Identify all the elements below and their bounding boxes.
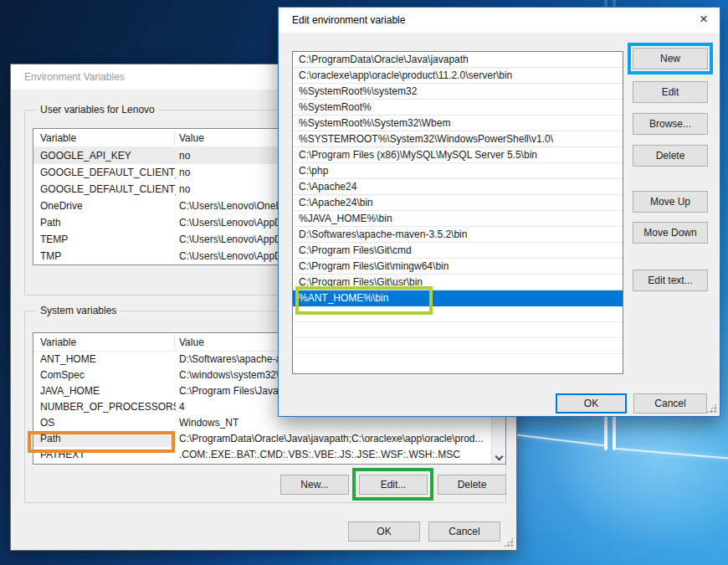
- list-item[interactable]: C:\php: [293, 163, 623, 179]
- edit-text-button[interactable]: Edit text...: [633, 270, 708, 291]
- chevron-down-icon: [495, 453, 504, 461]
- list-item[interactable]: %JAVA_HOME%\bin: [293, 211, 623, 227]
- column-separator[interactable]: [174, 335, 175, 350]
- list-empty-row: [293, 322, 623, 338]
- edit-cancel-button[interactable]: Cancel: [633, 393, 707, 413]
- column-header-value[interactable]: Value: [179, 333, 204, 352]
- list-item[interactable]: %SystemRoot%: [293, 100, 623, 116]
- list-item[interactable]: C:\Program Files\Git\usr\bin: [293, 275, 623, 290]
- delete-button[interactable]: Delete: [633, 145, 708, 167]
- edit-dialog-titlebar[interactable]: Edit environment variable ×: [279, 8, 720, 33]
- new-button[interactable]: New: [633, 48, 708, 69]
- table-row[interactable]: OS Windows_NT: [33, 415, 505, 431]
- list-item[interactable]: C:\Program Files (x86)\MySQL\MySQL Serve…: [293, 147, 623, 163]
- dialog-title: Environment Variables: [24, 64, 125, 90]
- wallpaper-beam: [616, 448, 728, 460]
- list-item[interactable]: C:\Program Files\Git\cmd: [293, 243, 623, 259]
- close-icon[interactable]: ×: [690, 8, 718, 33]
- list-item[interactable]: D:\Softwares\apache-maven-3.5.2\bin: [293, 227, 623, 243]
- column-header-variable[interactable]: Variable: [40, 129, 76, 147]
- column-header-variable[interactable]: Variable: [40, 333, 76, 352]
- env-cancel-button[interactable]: Cancel: [428, 521, 500, 542]
- system-edit-button[interactable]: Edit...: [359, 475, 428, 495]
- system-delete-button[interactable]: Delete: [438, 475, 506, 495]
- list-item[interactable]: %SystemRoot%\System32\Wbem: [293, 116, 623, 131]
- move-up-button[interactable]: Move Up: [633, 191, 708, 213]
- list-item[interactable]: C:\ProgramData\Oracle\Java\javapath: [293, 52, 623, 68]
- resize-grip-icon[interactable]: [503, 537, 514, 547]
- list-item-selected[interactable]: %ANT_HOME%\bin: [293, 290, 623, 306]
- resize-grip-icon[interactable]: [706, 403, 717, 413]
- env-ok-button[interactable]: OK: [348, 521, 420, 542]
- list-empty-row: [293, 306, 623, 322]
- browse-button[interactable]: Browse...: [633, 113, 708, 135]
- desktop-wallpaper: Environment Variables User variables for…: [0, 0, 728, 565]
- dialog-title: Edit environment variable: [292, 8, 405, 33]
- user-variables-group-label: User variables for Lenovo: [36, 104, 159, 116]
- list-empty-row: [293, 338, 623, 354]
- system-new-button[interactable]: New...: [280, 475, 349, 495]
- edit-environment-variable-dialog: Edit environment variable × C:\ProgramDa…: [278, 7, 720, 417]
- wallpaper-beam: [502, 432, 605, 446]
- table-row[interactable]: PATHEXT .COM:.EXE:.BAT:.CMD:.VBS:.VBE:.J…: [33, 447, 505, 463]
- list-item[interactable]: C:\Program Files\Git\mingw64\bin: [293, 259, 623, 275]
- column-header-value[interactable]: Value: [179, 129, 204, 147]
- list-item[interactable]: %SYSTEMROOT%\System32\WindowsPowerShell\…: [293, 131, 623, 147]
- column-separator[interactable]: [174, 131, 175, 146]
- scrollbar-down-button[interactable]: [492, 450, 505, 464]
- edit-button[interactable]: Edit: [633, 81, 708, 103]
- list-item[interactable]: C:\Apache24: [293, 179, 623, 195]
- list-item[interactable]: C:\oraclexe\app\oracle\product\11.2.0\se…: [293, 68, 623, 84]
- path-entries-list[interactable]: C:\ProgramData\Oracle\Java\javapath C:\o…: [292, 51, 623, 374]
- list-item[interactable]: %SystemRoot%\system32: [293, 84, 623, 100]
- move-down-button[interactable]: Move Down: [633, 222, 708, 244]
- table-row-path-selected[interactable]: Path C:\ProgramData\Oracle\Java\javapath…: [33, 431, 505, 447]
- system-variables-group-label: System variables: [36, 305, 120, 316]
- edit-ok-button[interactable]: OK: [556, 393, 627, 413]
- list-item[interactable]: C:\Apache24\bin: [293, 195, 623, 211]
